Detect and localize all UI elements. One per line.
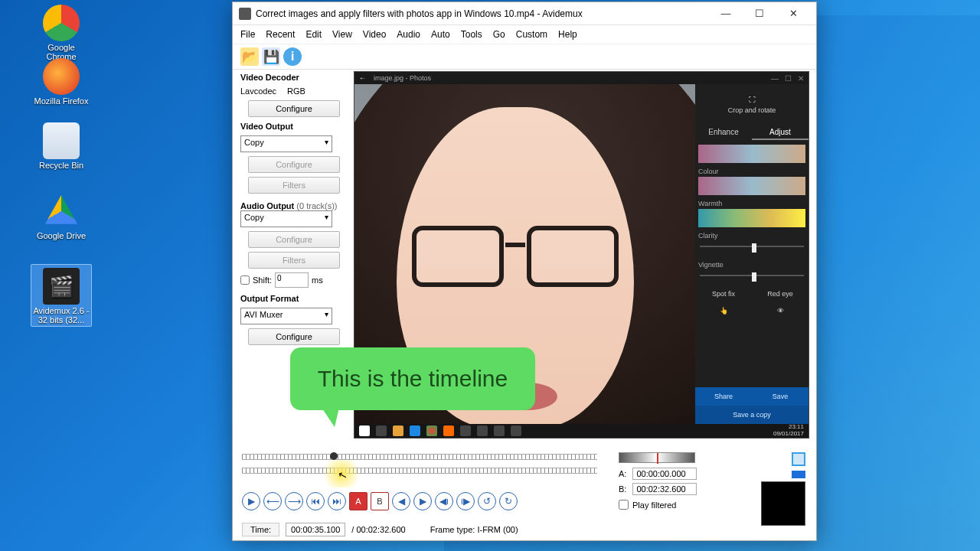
desktop-icon-recycle[interactable]: Recycle Bin <box>34 122 89 170</box>
prev-button[interactable]: ⟵ <box>263 492 282 510</box>
desktop-icon-label: Google Drive <box>34 231 89 240</box>
time-field[interactable]: 00:00:35.100 <box>286 523 345 536</box>
b-value: 00:02:32.600 <box>632 483 697 495</box>
menu-audio[interactable]: Audio <box>397 29 420 40</box>
shift-label: Shift: <box>253 276 272 285</box>
clarity-label: Clarity <box>695 227 808 241</box>
video-configure-button[interactable]: Configure <box>248 156 340 173</box>
output-format-select[interactable]: AVI Muxer <box>240 308 332 324</box>
play-button[interactable]: ▶ <box>242 492 260 510</box>
photos-titlebar: ← image.jpg - Photos —☐✕ <box>354 72 808 84</box>
back-arrow-icon[interactable]: ← <box>359 74 366 82</box>
playhead[interactable] <box>330 452 338 460</box>
iprev-button[interactable]: ◀ı <box>435 492 453 510</box>
menu-custom[interactable]: Custom <box>516 29 547 40</box>
a-value: 00:00:00.000 <box>632 468 697 480</box>
shift-spinner[interactable]: 0 <box>275 272 309 288</box>
knext-button[interactable]: ▶ <box>413 492 432 510</box>
save-icon[interactable]: 💾 <box>262 47 280 66</box>
crop-icon: ⛶ <box>749 96 756 103</box>
callout-text: This is the timeline <box>318 366 508 392</box>
decoder-configure-button[interactable]: Configure <box>248 100 340 117</box>
crop-label: Crop and rotate <box>728 106 776 114</box>
video-output-select[interactable]: Copy <box>240 135 332 152</box>
audio-output-heading: Audio Output <box>240 201 294 210</box>
warmth-thumb[interactable] <box>698 209 805 227</box>
taskview-icon[interactable] <box>376 425 387 436</box>
inner-taskbar: 23:1109/01/2017 <box>354 424 808 438</box>
video-output-heading: Video Output <box>240 122 348 131</box>
menu-edit[interactable]: Edit <box>305 29 322 40</box>
shift-checkbox[interactable] <box>240 276 250 285</box>
goto-a-button[interactable]: ↺ <box>478 492 496 510</box>
audio-tracks-note: (0 track(s)) <box>296 201 337 210</box>
share-button[interactable]: Share <box>695 387 752 406</box>
b-label: B: <box>619 484 626 494</box>
spotfix-icon[interactable]: 👆 <box>720 307 728 315</box>
photos-title: image.jpg - Photos <box>374 74 431 82</box>
scrub-bar[interactable] <box>619 452 695 463</box>
redeye-icon[interactable]: 👁 <box>777 307 784 315</box>
play-filtered-checkbox[interactable] <box>619 500 629 510</box>
bottom-info: Time: 00:00:35.100 / 00:02:32.600 Frame … <box>242 523 518 536</box>
menu-file[interactable]: File <box>240 29 255 40</box>
menu-auto[interactable]: Auto <box>431 29 450 40</box>
desktop-icon-gdrive[interactable]: Google Drive <box>34 193 89 240</box>
audio-configure-button[interactable]: Configure <box>248 231 340 248</box>
rgb-label: RGB <box>287 86 305 96</box>
inext-button[interactable]: ı▶ <box>456 492 475 510</box>
timeline[interactable]: ↖ <box>242 454 597 477</box>
maximize-button[interactable]: ☐ <box>743 3 776 24</box>
annotation-callout: This is the timeline <box>290 347 535 410</box>
toolbar: 📂 💾 i <box>233 44 816 70</box>
open-icon[interactable]: 📂 <box>240 47 259 66</box>
thumbnail-toggle[interactable] <box>792 452 805 466</box>
adjust-tab[interactable]: Adjust <box>752 126 808 140</box>
time-label: Time: <box>242 523 279 536</box>
next-button[interactable]: ⟶ <box>285 492 303 510</box>
menu-help[interactable]: Help <box>558 29 577 40</box>
start-icon[interactable] <box>359 425 370 436</box>
kprev-button[interactable]: ◀ <box>392 492 410 510</box>
marker-panel: A: 00:00:00.000 B: 00:02:32.600 Play fil… <box>619 452 770 510</box>
video-filters-button[interactable]: Filters <box>248 177 340 194</box>
menu-video[interactable]: Video <box>363 29 386 40</box>
desktop-icon-chrome[interactable]: Google Chrome <box>34 5 89 61</box>
ms-label: ms <box>312 276 323 285</box>
mark-b-button[interactable]: B <box>371 492 389 510</box>
close-button[interactable]: ✕ <box>776 3 810 24</box>
light-thumb[interactable] <box>698 145 805 163</box>
save-copy-button[interactable]: Save a copy <box>695 406 808 424</box>
format-configure-button[interactable]: Configure <box>248 328 340 345</box>
desktop-icon-label: Recycle Bin <box>34 161 89 170</box>
info-icon[interactable]: i <box>283 47 302 66</box>
frametype-label: Frame type: I-FRM (00) <box>430 525 518 534</box>
audio-filters-button[interactable]: Filters <box>248 252 340 269</box>
goto-b-button[interactable]: ↻ <box>499 492 518 510</box>
colour-thumb[interactable] <box>698 177 805 195</box>
menu-recent[interactable]: Recent <box>266 29 295 40</box>
window-title: Correct images and apply filters with ph… <box>256 8 709 19</box>
enhance-tab[interactable]: Enhance <box>695 126 752 140</box>
app-icon <box>239 8 251 20</box>
titlebar[interactable]: Correct images and apply filters with ph… <box>233 2 816 25</box>
forward-button[interactable]: ⏭ <box>328 492 346 510</box>
desktop-icon-firefox[interactable]: Mozilla Firefox <box>34 58 89 106</box>
menu-go[interactable]: Go <box>493 29 505 40</box>
taskbar-clock: 23:1109/01/2017 <box>773 424 804 438</box>
menu-view[interactable]: View <box>332 29 352 40</box>
a-label: A: <box>619 469 626 478</box>
menu-tools[interactable]: Tools <box>461 29 482 40</box>
play-filtered-label: Play filtered <box>632 500 676 510</box>
left-panel: Video Decoder Lavcodec RGB Configure Vid… <box>240 71 348 349</box>
save-button[interactable]: Save <box>752 387 808 406</box>
mark-a-button[interactable]: A <box>349 492 368 510</box>
audio-output-select[interactable]: Copy <box>240 210 332 227</box>
rewind-button[interactable]: ⏮ <box>306 492 325 510</box>
clarity-slider[interactable] <box>700 246 804 256</box>
crop-rotate-button[interactable]: ⛶ Crop and rotate <box>695 84 808 126</box>
minimize-button[interactable]: — <box>709 3 743 24</box>
desktop-icon-avidemux[interactable]: 🎬 Avidemux 2.6 - 32 bits (32... <box>31 264 92 327</box>
vignette-slider[interactable] <box>700 275 804 285</box>
desktop-icon-label: Avidemux 2.6 - 32 bits (32... <box>33 306 90 324</box>
